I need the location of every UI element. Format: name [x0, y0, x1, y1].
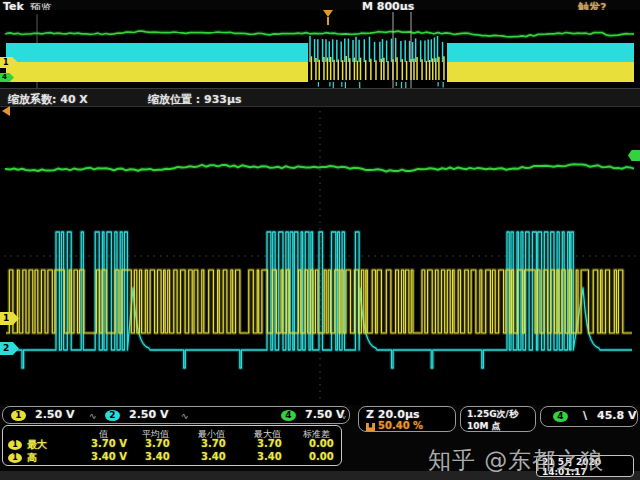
ch2-bandwidth-icon: ∿	[181, 411, 189, 421]
meas2-name: 高	[27, 451, 37, 465]
trigger-position-icon[interactable]	[322, 10, 334, 25]
delay-position-icon	[366, 423, 375, 431]
trigger-level-label[interactable]: 45.8 V	[597, 409, 636, 422]
meas2-mean: 3.40	[145, 451, 170, 462]
zoom-position-label: 缩放位置 : 933µs	[148, 92, 242, 107]
ch1-badge[interactable]: 1	[11, 410, 26, 421]
zoom-position-percent[interactable]: 50.40 %	[378, 420, 423, 431]
ch2-scale[interactable]: 2.50 V	[129, 408, 168, 421]
zoom-waveform-display[interactable]	[0, 107, 640, 405]
meas2-channel-badge: 1	[8, 453, 22, 463]
meas1-mean: 3.70	[145, 438, 170, 449]
ch4-badge[interactable]: 4	[281, 410, 296, 421]
watermark: 知乎 @东都之狼	[428, 445, 604, 476]
overview-display[interactable]	[0, 10, 640, 88]
trigger-source-badge[interactable]: 4	[553, 411, 568, 422]
zoom-marker-icon	[2, 106, 10, 116]
zoom-factor-label: 缩放系数: 40 X	[8, 92, 88, 107]
zoom-scale-box[interactable]: Z 20.0µs 50.40 %	[358, 406, 456, 432]
meas1-name: 最大	[27, 438, 47, 452]
meas2-stddev: 0.00	[309, 451, 334, 462]
meas2-min: 3.40	[201, 451, 226, 462]
ch1-bandwidth-icon: ∿	[89, 411, 97, 421]
meas1-stddev: 0.00	[309, 438, 334, 449]
record-length-label: 10M 点	[467, 420, 501, 433]
oscilloscope-screen: Tek 预览 M 800µs 触发? 1 4 缩放系数: 40 X 缩放位置 :…	[0, 0, 640, 480]
channel-scales-box[interactable]: 1 2.50 V ∿ 2 2.50 V ∿ 4 7.50 V ∿	[2, 406, 350, 424]
trigger-box[interactable]: 4 \ 45.8 V	[540, 406, 638, 427]
meas2-value: 3.40 V	[91, 451, 127, 462]
ch4-bandwidth-icon: ∿	[339, 411, 347, 421]
meas1-channel-badge: 1	[8, 440, 22, 450]
meas1-min: 3.70	[201, 438, 226, 449]
meas2-max: 3.40	[257, 451, 282, 462]
meas1-value: 3.70 V	[91, 438, 127, 449]
acquisition-box[interactable]: 1.25G次/秒 10M 点	[460, 406, 536, 432]
zoom-info-bar: 缩放系数: 40 X 缩放位置 : 933µs	[0, 88, 640, 107]
ch1-scale[interactable]: 2.50 V	[35, 408, 74, 421]
trigger-slope-icon: \	[583, 409, 587, 422]
ch2-badge[interactable]: 2	[105, 410, 120, 421]
measurement-table: 值 平均值 最小值 最大值 标准差 1 最大 3.70 V 3.70 3.70 …	[2, 425, 342, 466]
meas1-max: 3.70	[257, 438, 282, 449]
